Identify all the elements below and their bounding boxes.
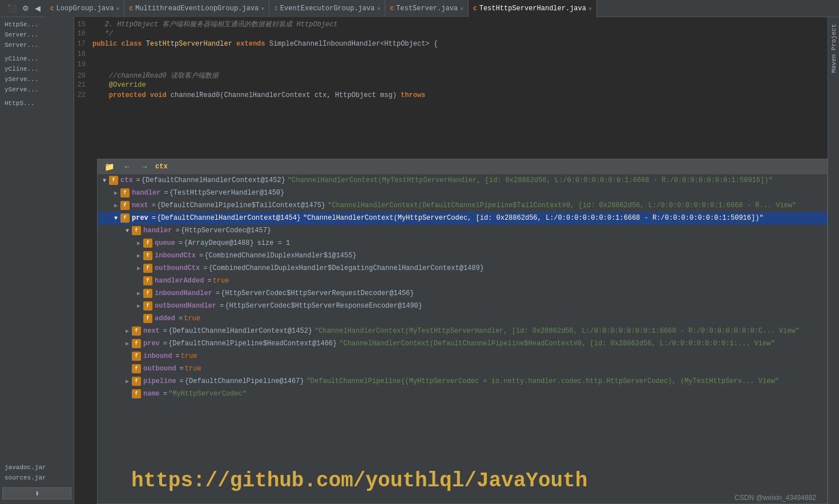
tree-row-4[interactable]: ▼fhandler={HttpServerCodec@1457} — [98, 224, 827, 237]
tab-handler[interactable]: CTestHttpServerHandler.java✕ — [469, 0, 597, 17]
tree-row-15[interactable]: foutbound=true — [98, 362, 827, 375]
field-icon-12: f — [132, 326, 141, 336]
tree-expander-1[interactable]: ▶ — [111, 188, 120, 197]
tree-row-8[interactable]: fhandlerAdded=true — [98, 275, 827, 287]
tree-row-10[interactable]: ▶foutboundHandler={HttpServerCodec$HttpS… — [98, 300, 827, 312]
nav-forward-btn[interactable]: ⚙ — [21, 3, 31, 14]
var-desc-2: "ChannelHandlerContext(DefaultChannelPip… — [328, 201, 796, 209]
main-container: HttpSe...Server...Server...yCline...yCli… — [0, 17, 839, 504]
field-icon-3: f — [120, 213, 130, 223]
tree-row-3[interactable]: ▼fprev={DefaultChannelHandlerContext@145… — [98, 212, 827, 224]
tree-expander-10[interactable]: ▶ — [134, 301, 143, 311]
var-value-5: {ArrayDeque@1488} — [184, 239, 253, 247]
var-value-12: {DefaultChannelHandlerContext@1452} — [168, 327, 312, 335]
tab-testserver[interactable]: CTestServer.java✕ — [385, 0, 469, 17]
tree-expander-7[interactable]: ▶ — [134, 264, 143, 273]
sidebar-bottom-btn[interactable]: ⬇ — [2, 487, 71, 499]
tree-expander-6[interactable]: ▶ — [134, 251, 143, 260]
tree-row-11[interactable]: fadded=true — [98, 312, 827, 325]
field-icon-5: f — [143, 239, 152, 248]
tree-row-5[interactable]: ▶fqueue={ArrayDeque@1488}size = 1 — [98, 237, 827, 249]
tree-row-13[interactable]: ▶fprev={DefaultChannelPipeline$HeadConte… — [98, 337, 827, 350]
field-icon-4: f — [132, 226, 141, 235]
code-line-18: 18 — [74, 50, 828, 61]
sidebar-item-9[interactable]: HttpS... — [0, 98, 74, 108]
tree-row-7[interactable]: ▶foutboundCtx={CombinedChannelDuplexHand… — [98, 262, 827, 275]
nav-back-btn[interactable]: ⬛ — [6, 3, 18, 14]
field-icon-11: f — [143, 314, 152, 323]
tree-expander-16[interactable]: ▶ — [123, 377, 132, 386]
var-value-16: {DefaultChannelPipeline@1467} — [185, 377, 304, 385]
tab-bar: ⬛ ⚙ ◀ CLoopGroup.java✕CMultithreadEventL… — [0, 0, 839, 17]
var-name-15: outbound — [143, 365, 176, 373]
tree-expander-5[interactable]: ▶ — [134, 239, 143, 248]
var-name-13: prev — [143, 340, 160, 348]
sidebar-item-sources[interactable]: sources.jar — [0, 473, 74, 483]
var-desc-13: "ChannelHandlerContext(DefaultChannelPip… — [339, 340, 775, 348]
field-icon-13: f — [132, 339, 141, 348]
debug-fwd-btn[interactable]: → — [138, 161, 151, 172]
editor-area: 15 2. HttpObject 客户端和服务器端相互通讯的数据被封装成 Htt… — [74, 17, 828, 504]
tree-expander-0[interactable]: ▼ — [100, 176, 109, 185]
right-panel: Maven Project — [828, 17, 839, 504]
sidebar-item-7[interactable]: yServe... — [0, 84, 74, 95]
var-name-6: inboundCtx — [155, 252, 196, 260]
tree-expander-4[interactable]: ▼ — [123, 226, 132, 235]
code-line-20: 20 //channelRead0 读取客户端数据 — [74, 71, 828, 81]
sidebar-item-4[interactable]: yCline... — [0, 54, 74, 64]
tab-loopgroup[interactable]: CLoopGroup.java✕ — [46, 0, 124, 17]
var-desc-12: "ChannelHandlerContext(MyTestHttpServerH… — [314, 327, 800, 335]
debug-folder-btn[interactable]: 📁 — [102, 161, 116, 172]
tree-expander-leaf-15 — [123, 364, 132, 373]
sidebar-item-5[interactable]: yCline... — [0, 64, 74, 74]
tree-row-0[interactable]: ▼fctx={DefaultChannelHandlerContext@1452… — [98, 174, 827, 187]
nav-prev-btn[interactable]: ◀ — [33, 3, 42, 14]
var-value-10: {HttpServerCodec$HttpServerResponseEncod… — [225, 302, 422, 310]
var-value-8: true — [213, 277, 229, 285]
sidebar-item-0[interactable]: HttpSe... — [0, 19, 74, 30]
debug-tree[interactable]: ▼fctx={DefaultChannelHandlerContext@1452… — [98, 174, 827, 503]
sidebar-item-2[interactable]: Server... — [0, 40, 74, 50]
tree-row-1[interactable]: ▶fhandler={TestHttpServerHandler@1450} — [98, 187, 827, 199]
field-icon-0: f — [109, 176, 118, 185]
var-desc-16: "DefaultChannelPipeline{(MyHttpServerCod… — [306, 377, 779, 385]
var-value-9: {HttpServerCodec$HttpServerRequestDecode… — [221, 289, 414, 297]
tree-expander-9[interactable]: ▶ — [134, 289, 143, 298]
tree-expander-12[interactable]: ▶ — [123, 326, 132, 336]
tree-expander-leaf-8 — [134, 276, 143, 285]
var-value-1: {TestHttpServerHandler@1450} — [170, 189, 285, 197]
debug-header: 📁 ← → ctx — [98, 159, 827, 174]
tree-expander-13[interactable]: ▶ — [123, 339, 132, 348]
tree-row-12[interactable]: ▶fnext={DefaultChannelHandlerContext@145… — [98, 325, 827, 337]
var-desc-3: "ChannelHandlerContext(MyHttpServerCodec… — [303, 214, 764, 222]
var-value-11: true — [184, 315, 200, 322]
var-name-9: inboundHandler — [155, 289, 212, 297]
field-icon-10: f — [143, 301, 152, 311]
tree-row-2[interactable]: ▶fnext={DefaultChannelPipeline$TailConte… — [98, 199, 827, 212]
sidebar-item-javadoc[interactable]: javadoc.jar — [0, 462, 74, 473]
var-value-17: "MyHttpServerCodec" — [168, 390, 247, 398]
code-line-19: 19 — [74, 61, 828, 71]
code-line-21: 21 @Override — [74, 81, 828, 91]
var-name-5: queue — [155, 239, 175, 247]
var-value-13: {DefaultChannelPipeline$HeadContext@1466… — [168, 340, 337, 348]
maven-label: Maven Project — [830, 24, 837, 73]
tree-row-9[interactable]: ▶finboundHandler={HttpServerCodec$HttpSe… — [98, 287, 827, 300]
debug-back-btn[interactable]: ← — [121, 161, 134, 172]
var-name-10: outboundHandler — [155, 302, 216, 310]
sidebar-item-1[interactable]: Server... — [0, 30, 74, 40]
sidebar-item-6[interactable]: yServe... — [0, 74, 74, 84]
debug-title: ctx — [155, 163, 168, 171]
tree-expander-2[interactable]: ▶ — [111, 201, 120, 210]
tree-row-6[interactable]: ▶finboundCtx={CombinedChannelDuplexHandl… — [98, 249, 827, 262]
tree-row-16[interactable]: ▶fpipeline={DefaultChannelPipeline@1467}… — [98, 375, 827, 388]
field-icon-6: f — [143, 251, 152, 260]
tab-icons: ⬛ ⚙ ◀ — [2, 3, 46, 14]
var-value-14: true — [181, 352, 197, 360]
tab-executor[interactable]: IEventExecutorGroup.java✕ — [269, 0, 385, 17]
var-name-7: outboundCtx — [155, 264, 200, 272]
tab-multithread[interactable]: CMultithreadEventLoopGroup.java✕ — [124, 0, 269, 17]
tree-row-17[interactable]: fname="MyHttpServerCodec" — [98, 388, 827, 400]
tree-row-14[interactable]: finbound=true — [98, 350, 827, 362]
tree-expander-3[interactable]: ▼ — [111, 213, 120, 223]
